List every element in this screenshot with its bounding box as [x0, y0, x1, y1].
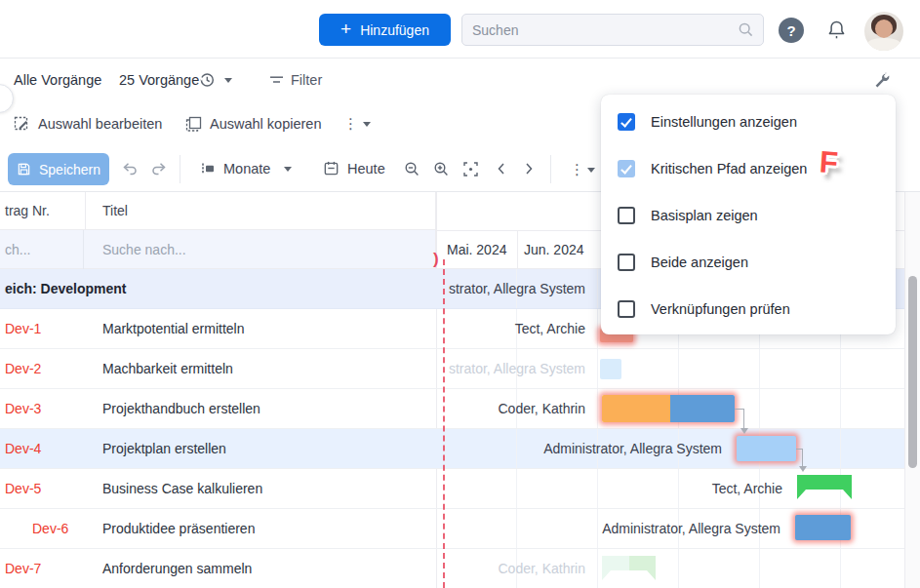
user-avatar[interactable]: [864, 12, 903, 51]
task-id[interactable]: Dev-2: [0, 349, 86, 388]
gantt-bar[interactable]: [602, 395, 735, 422]
task-id[interactable]: Dev-7: [0, 549, 86, 588]
task-title[interactable]: Projektplan erstellen: [86, 429, 436, 468]
topbar: + Hinzufügen ?: [0, 0, 920, 59]
checkbox-checked-light[interactable]: [618, 160, 635, 177]
task-id[interactable]: Dev-3: [0, 389, 86, 428]
task-title[interactable]: Anforderungen sammeln: [86, 549, 436, 588]
chevron-right-icon[interactable]: [521, 161, 537, 176]
task-row[interactable]: Dev-6Produktidee präsentierenAdministrat…: [0, 509, 920, 549]
task-row[interactable]: Dev-4Projektplan erstellenAdministrator,…: [0, 429, 920, 469]
checkbox-unchecked[interactable]: [618, 207, 635, 224]
menu-item[interactable]: Kritischen Pfad anzeigen: [601, 145, 896, 192]
copy-selection-button[interactable]: Auswahl kopieren: [210, 101, 321, 146]
menu-item[interactable]: Beide anzeigen: [601, 239, 896, 286]
notifications-bell-icon[interactable]: [826, 20, 847, 41]
settings-wrench-icon[interactable]: [874, 72, 891, 89]
menu-item[interactable]: Einstellungen anzeigen: [601, 98, 896, 145]
copy-selection-icon: [185, 116, 202, 133]
vertical-scrollbar[interactable]: [904, 192, 920, 588]
app: + Hinzufügen ? Alle Vorgänge 25 Vorgänge: [0, 0, 920, 588]
search-icon: [738, 21, 754, 38]
assignee-label: Coder, Kathrin: [499, 549, 586, 588]
undo-icon[interactable]: [121, 161, 139, 176]
scale-selector[interactable]: Monate: [223, 146, 270, 192]
search-input[interactable]: [462, 22, 738, 38]
gantt-caret-icon[interactable]: [587, 168, 595, 173]
menu-item[interactable]: Verknüpfungen prüfen: [601, 286, 896, 333]
filter-id-input[interactable]: [0, 230, 84, 269]
task-id[interactable]: Dev-4: [0, 429, 86, 468]
task-id[interactable]: Dev-6: [0, 509, 86, 548]
save-button[interactable]: Speichern: [8, 153, 109, 185]
filter-button[interactable]: Filter: [291, 59, 322, 101]
avatar-shirt: [867, 38, 900, 51]
menu-item-label: Einstellungen anzeigen: [651, 114, 797, 130]
task-row[interactable]: Dev-3Projekthandbuch erstellenCoder, Kat…: [0, 389, 920, 429]
month-divider: [517, 231, 518, 268]
search-box[interactable]: [461, 14, 764, 46]
task-id[interactable]: Dev-5: [0, 469, 86, 508]
toolbar-divider: [550, 155, 551, 183]
save-icon: [17, 162, 31, 176]
task-title[interactable]: Produktidee präsentieren: [86, 509, 436, 548]
gantt-settings-menu: Einstellungen anzeigenKritischen Pfad an…: [601, 95, 896, 334]
task-row[interactable]: Dev-2Machbarkeit ermittelnstrator, Alleg…: [0, 349, 920, 389]
table-header: trag Nr. Titel: [0, 192, 436, 230]
table-filter-row: [0, 230, 436, 269]
today-calendar-icon: [323, 160, 340, 176]
view-selector[interactable]: Alle Vorgänge: [14, 59, 101, 101]
assignee-label: Administrator, Allegra System: [543, 429, 722, 468]
chevron-left-icon[interactable]: [494, 161, 509, 176]
cursor-sticker: F: [819, 144, 839, 180]
history-icon[interactable]: [198, 71, 216, 89]
gantt-bar[interactable]: [600, 359, 621, 379]
add-button[interactable]: + Hinzufügen: [319, 14, 451, 46]
gantt-more-icon[interactable]: ⋮: [570, 162, 584, 176]
dependency-arrow-icon: [799, 466, 807, 472]
gantt-bar[interactable]: [737, 436, 796, 461]
dependency-connector: [743, 409, 744, 429]
task-row[interactable]: Dev-7Anforderungen sammelnCoder, Kathrin: [0, 549, 920, 588]
gantt-bar[interactable]: [795, 515, 851, 540]
more-caret-icon[interactable]: [363, 122, 371, 127]
menu-item-label: Basisplan zeigen: [651, 208, 758, 223]
checkbox-unchecked[interactable]: [618, 254, 635, 271]
zoom-in-icon[interactable]: [433, 161, 450, 177]
scale-caret-icon[interactable]: [284, 167, 292, 172]
month-label: Mai. 2024: [447, 230, 506, 269]
task-title[interactable]: Machbarkeit ermitteln: [86, 349, 436, 388]
toolbar-divider: [180, 155, 180, 183]
checkbox-checked[interactable]: [618, 113, 635, 131]
menu-item-label: Beide anzeigen: [651, 255, 748, 270]
task-row[interactable]: Dev-5Business Case kalkulierenTect, Arch…: [0, 469, 920, 509]
task-title[interactable]: Marktpotential ermitteln: [86, 309, 436, 348]
edit-selection-button[interactable]: Auswahl bearbeiten: [38, 101, 162, 146]
help-icon[interactable]: ?: [779, 18, 804, 43]
filter-title-input[interactable]: [86, 230, 427, 269]
checkbox-unchecked[interactable]: [618, 300, 635, 318]
zoom-out-icon[interactable]: [404, 161, 420, 177]
scrollbar-thumb[interactable]: [908, 276, 917, 468]
today-button[interactable]: Heute: [347, 146, 385, 192]
column-header-id[interactable]: trag Nr.: [0, 192, 86, 230]
assignee-label: Coder, Kathrin: [499, 389, 586, 428]
more-options-icon[interactable]: ⋮: [343, 116, 358, 131]
menu-item-label: Verknüpfungen prüfen: [651, 301, 790, 317]
dependency-arrow-icon: [740, 428, 748, 434]
column-header-title[interactable]: Titel: [86, 192, 435, 230]
menu-item[interactable]: Basisplan zeigen: [601, 192, 896, 239]
filter-icon[interactable]: [268, 72, 285, 88]
task-count: 25 Vorgänge: [119, 59, 199, 101]
task-title[interactable]: Business Case kalkulieren: [86, 469, 436, 508]
redo-icon[interactable]: [150, 161, 168, 176]
gantt-bar-segment: [602, 395, 670, 422]
task-title[interactable]: Projekthandbuch erstellen: [86, 389, 436, 428]
assignee-label: strator, Allegra System: [449, 269, 585, 308]
fit-screen-icon[interactable]: [462, 161, 479, 177]
history-caret-icon[interactable]: [224, 78, 232, 83]
assignee-label: strator, Allegra System: [449, 349, 585, 388]
avatar-face: [875, 20, 893, 38]
task-id[interactable]: Dev-1: [0, 309, 86, 348]
assignee-label: Tect, Archie: [712, 469, 782, 508]
